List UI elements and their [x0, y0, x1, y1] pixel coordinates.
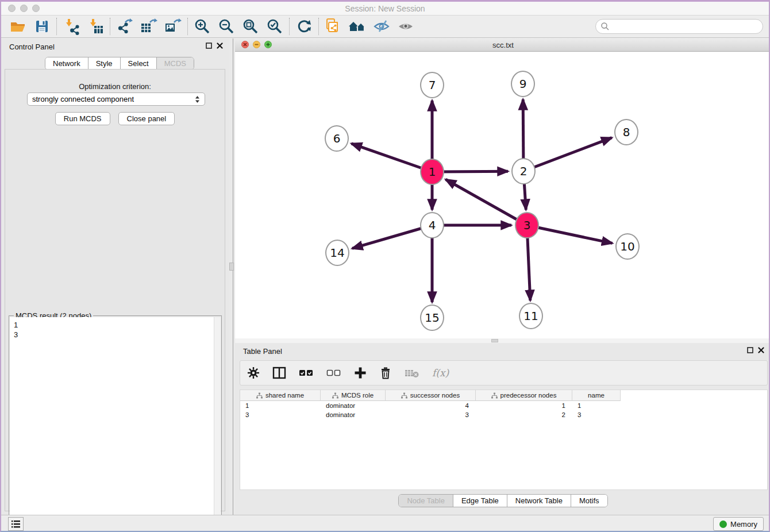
- splitter-grip[interactable]: [229, 263, 234, 271]
- close-panel-icon[interactable]: [758, 347, 764, 353]
- deselect-all-icon[interactable]: [326, 367, 341, 379]
- function-builder-icon: f(x): [432, 367, 449, 379]
- eye-slash-icon: [373, 18, 390, 34]
- table-cell[interactable]: dominator: [321, 401, 386, 410]
- mcds-panel: Optimization criterion: strongly connect…: [5, 69, 225, 511]
- table-cell[interactable]: 1: [240, 401, 321, 410]
- search-box: [595, 19, 763, 34]
- close-panel-icon[interactable]: [217, 43, 223, 49]
- column-header-shared-name[interactable]: shared name: [240, 390, 321, 401]
- graph-edge-3-10[interactable]: [527, 225, 613, 243]
- hide-graphics-details-button[interactable]: [369, 17, 394, 36]
- tab-edge-table[interactable]: Edge Table: [453, 495, 507, 507]
- memory-label: Memory: [730, 520, 757, 529]
- tab-mcds[interactable]: MCDS: [157, 57, 194, 70]
- delete-column-trash-icon[interactable]: [379, 367, 392, 379]
- graph-node-10[interactable]: 10: [615, 233, 640, 260]
- tab-motifs[interactable]: Motifs: [571, 495, 607, 507]
- export-network-button[interactable]: [113, 17, 137, 36]
- import-table-button[interactable]: [83, 17, 107, 36]
- eye-icon: [397, 18, 414, 34]
- graph-node-7[interactable]: 7: [420, 72, 444, 98]
- window-title: Session: New Session: [1, 4, 769, 13]
- mcds-result-item: 3: [14, 330, 214, 340]
- export-table-button[interactable]: [137, 17, 161, 36]
- float-panel-icon[interactable]: [206, 43, 212, 49]
- column-type-icon: [491, 392, 498, 399]
- fit-content-button[interactable]: [238, 17, 263, 36]
- float-panel-icon[interactable]: [747, 347, 753, 353]
- copy-network-icon: [325, 18, 342, 35]
- toolbar-separator: [318, 18, 319, 35]
- tab-network[interactable]: Network: [45, 57, 88, 70]
- zoom-out-button[interactable]: [214, 17, 238, 36]
- add-column-icon[interactable]: [354, 367, 367, 379]
- run-mcds-button[interactable]: Run MCDS: [55, 112, 110, 125]
- table-cell[interactable]: 3: [240, 410, 321, 419]
- network-window: scc.txt 1234678910111415: [235, 38, 770, 338]
- horizontal-splitter[interactable]: [235, 338, 770, 343]
- tab-select[interactable]: Select: [121, 57, 157, 70]
- criterion-select[interactable]: strongly connected component: [27, 92, 205, 106]
- home-button[interactable]: [345, 17, 369, 36]
- graph-node-1[interactable]: 1: [420, 159, 444, 185]
- network-canvas[interactable]: 1234678910111415: [235, 52, 770, 338]
- splitter-grip[interactable]: [491, 339, 498, 342]
- result-scrollbar[interactable]: [214, 317, 221, 531]
- status-bar: Memory: [1, 515, 769, 532]
- control-panel-title: Control Panel: [9, 43, 55, 51]
- table-cell[interactable]: 4: [386, 401, 476, 410]
- search-input[interactable]: [610, 21, 763, 32]
- table-cell[interactable]: 3: [572, 410, 621, 419]
- mcds-result-list[interactable]: 13: [10, 317, 214, 531]
- column-header-successor-nodes[interactable]: successor nodes: [386, 390, 476, 401]
- graph-node-6[interactable]: 6: [325, 125, 349, 152]
- show-graphics-details-button[interactable]: [394, 17, 418, 36]
- table-cell[interactable]: 2: [476, 410, 572, 419]
- column-header-predecessor-nodes[interactable]: predecessor nodes: [476, 390, 572, 401]
- close-panel-button[interactable]: Close panel: [118, 112, 175, 125]
- show-task-history-button[interactable]: [8, 517, 24, 531]
- zoom-in-button[interactable]: [190, 17, 214, 36]
- mcds-result-box: MCDS result (2 nodes) 13: [9, 315, 222, 532]
- zoom-selected-button[interactable]: [263, 17, 287, 36]
- column-header-MCDS-role[interactable]: MCDS role: [321, 390, 386, 401]
- table-row[interactable]: 3dominator323: [240, 410, 767, 419]
- graph-node-3[interactable]: 3: [515, 212, 539, 238]
- table-row[interactable]: 1dominator411: [240, 401, 767, 410]
- save-session-button[interactable]: [30, 17, 54, 36]
- column-header-name[interactable]: name: [572, 390, 621, 401]
- criterion-value: strongly connected component: [32, 95, 195, 103]
- tab-style[interactable]: Style: [88, 57, 121, 70]
- graph-edge-2-8[interactable]: [523, 138, 612, 171]
- graph-edge-3-1[interactable]: [446, 179, 527, 225]
- graph-node-11[interactable]: 11: [519, 303, 543, 329]
- table-toolbar: f(x): [240, 360, 768, 385]
- table-panel: Table Panel: [235, 343, 770, 515]
- fit-content-icon: [242, 18, 259, 34]
- tab-network-table[interactable]: Network Table: [507, 495, 571, 507]
- import-network-button[interactable]: [59, 17, 83, 36]
- graph-node-14[interactable]: 14: [325, 240, 349, 266]
- select-all-icon[interactable]: [299, 367, 314, 379]
- show-columns-icon[interactable]: [272, 367, 286, 379]
- graph-node-8[interactable]: 8: [614, 119, 638, 145]
- graph-node-2[interactable]: 2: [511, 158, 536, 184]
- tab-node-table[interactable]: Node Table: [399, 495, 453, 507]
- window-titlebar: Session: New Session: [1, 2, 769, 16]
- open-session-button[interactable]: [6, 17, 30, 36]
- graph-node-15[interactable]: 15: [420, 304, 444, 331]
- table-cell[interactable]: 1: [476, 401, 572, 410]
- create-network-from-selection-button[interactable]: [321, 17, 345, 36]
- table-cell[interactable]: 3: [386, 410, 476, 419]
- table-cell[interactable]: 1: [572, 401, 621, 410]
- memory-button[interactable]: Memory: [713, 517, 764, 531]
- table-settings-gear-icon[interactable]: [247, 367, 260, 379]
- vertical-splitter[interactable]: [229, 38, 235, 515]
- application-window: Session: New Session: [0, 0, 770, 532]
- graph-node-4[interactable]: 4: [420, 212, 444, 238]
- graph-node-9[interactable]: 9: [511, 71, 535, 97]
- export-image-button[interactable]: [161, 17, 185, 36]
- table-cell[interactable]: dominator: [321, 410, 386, 419]
- apply-layout-button[interactable]: [292, 17, 316, 36]
